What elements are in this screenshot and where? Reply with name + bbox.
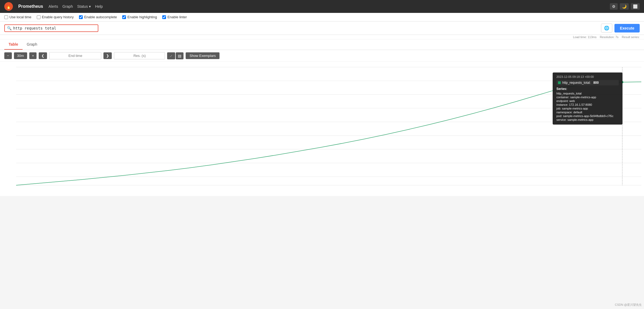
graph-controls: − 30m + ❮ ❯ ⟋ ▤ Show Exemplars (0, 50, 644, 62)
chart-type-buttons: ⟋ ▤ (167, 52, 184, 59)
tab-graph[interactable]: Graph (23, 39, 42, 50)
app-brand: Prometheus (18, 4, 43, 9)
enable-query-history-input[interactable] (37, 15, 41, 19)
enable-autocomplete-checkbox[interactable]: Enable autocomplete (79, 15, 117, 19)
settings-icon-button[interactable]: ⚙ (610, 3, 618, 10)
zoom-in-button[interactable]: + (29, 52, 37, 59)
prev-time-button[interactable]: ❮ (39, 52, 47, 59)
nav-status[interactable]: Status ▾ (77, 3, 91, 10)
chart-svg: 900.00 800.00 700.00 600.00 500.00 400.0… (16, 64, 641, 188)
enable-linter-input[interactable] (162, 15, 166, 19)
query-input[interactable] (13, 26, 88, 30)
load-time: Load time: 113ms (573, 35, 596, 39)
tabs-bar: Table Graph (0, 39, 644, 50)
use-local-time-input[interactable] (4, 15, 8, 19)
use-local-time-checkbox[interactable]: Use local time (4, 15, 31, 19)
tab-table[interactable]: Table (4, 39, 23, 50)
enable-query-history-label: Enable query history (42, 15, 74, 19)
settings-bar: Use local time Enable query history Enab… (0, 13, 644, 21)
external-link-button[interactable]: ⬜ (631, 3, 640, 10)
resolution: Resolution: 7s (600, 35, 618, 39)
search-icon: 🔍 (7, 26, 12, 30)
enable-autocomplete-input[interactable] (79, 15, 83, 19)
show-exemplars-button[interactable]: Show Exemplars (186, 52, 220, 59)
theme-toggle-button[interactable]: 🌙 (620, 3, 629, 10)
resolution-input[interactable] (114, 52, 165, 59)
next-time-button[interactable]: ❯ (103, 52, 112, 59)
enable-linter-checkbox[interactable]: Enable linter (162, 15, 187, 19)
search-bar: 🔍 🌐 Execute (0, 21, 644, 35)
result-series: Result series: (622, 35, 640, 39)
navbar-right: ⚙ 🌙 ⬜ (610, 3, 640, 10)
duration-label: 30m (14, 52, 27, 59)
chart-container: 900.00 800.00 700.00 600.00 500.00 400.0… (0, 62, 644, 196)
end-time-input[interactable] (49, 52, 101, 59)
nav-graph[interactable]: Graph (62, 3, 73, 10)
enable-query-history-checkbox[interactable]: Enable query history (37, 15, 74, 19)
query-input-wrapper[interactable]: 🔍 (4, 24, 98, 32)
line-chart-button[interactable]: ⟋ (167, 52, 175, 59)
execute-button[interactable]: Execute (614, 24, 640, 32)
enable-autocomplete-label: Enable autocomplete (84, 15, 117, 19)
enable-highlighting-label: Enable highlighting (127, 15, 157, 19)
use-local-time-label: Use local time (9, 15, 31, 19)
stacked-chart-button[interactable]: ▤ (176, 52, 184, 59)
globe-button[interactable]: 🌐 (601, 24, 612, 32)
nav-alerts[interactable]: Alerts (48, 3, 58, 10)
app-logo: 🔥 (4, 2, 13, 11)
enable-highlighting-checkbox[interactable]: Enable highlighting (122, 15, 157, 19)
meta-bar: Load time: 113ms Resolution: 7s Result s… (0, 35, 644, 39)
enable-highlighting-input[interactable] (122, 15, 126, 19)
navbar: 🔥 Prometheus Alerts Graph Status ▾ Help … (0, 0, 644, 13)
search-actions: 🌐 Execute (601, 24, 640, 32)
zoom-out-button[interactable]: − (4, 52, 12, 59)
enable-linter-label: Enable linter (167, 15, 187, 19)
svg-point-21 (621, 81, 623, 83)
nav-links: Alerts Graph Status ▾ Help (48, 3, 103, 10)
nav-help[interactable]: Help (95, 3, 103, 10)
